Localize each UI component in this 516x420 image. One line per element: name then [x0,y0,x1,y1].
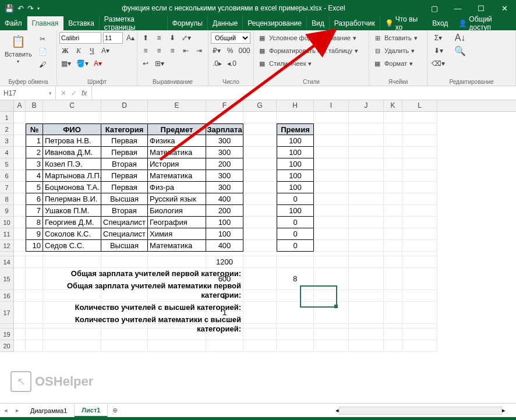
minimize-icon[interactable]: — [446,4,469,13]
cell[interactable]: 300 [206,135,243,147]
cell[interactable] [243,268,277,290]
row-header[interactable] [0,324,13,329]
cell[interactable] [402,170,437,182]
cell[interactable] [349,324,384,329]
cell[interactable] [314,228,349,240]
select-all-corner[interactable] [0,100,14,111]
cell[interactable] [243,182,277,193]
cell[interactable] [314,290,349,302]
percent-icon[interactable]: % [224,45,236,57]
cell[interactable] [314,252,349,256]
cell[interactable] [243,217,277,228]
tab-nav-next-icon[interactable]: ▸ [12,407,23,414]
align-right-icon[interactable]: ≡ [167,45,178,57]
cell[interactable]: 100 [277,205,314,217]
cell[interactable] [101,252,148,256]
row-header[interactable]: 8 [0,193,13,205]
cell[interactable] [402,123,437,135]
cell[interactable] [314,135,349,147]
cell[interactable] [206,252,243,256]
cell[interactable] [314,340,349,352]
save-icon[interactable]: 💾 [5,4,14,13]
cell[interactable]: 300 [206,170,243,182]
cell[interactable]: 300 [206,182,243,193]
cell[interactable] [314,256,349,268]
cell[interactable]: Седов С.С. [43,240,101,252]
new-sheet-button[interactable]: ⊕ [108,407,122,414]
cell[interactable]: 8 [277,268,314,290]
cell[interactable]: Первая [101,147,148,158]
cell[interactable] [14,112,26,123]
tab-view[interactable]: Вид [307,16,330,30]
row-headers[interactable]: 123456789101112141516171920 [0,112,14,352]
decrease-decimal-icon[interactable]: ◂.0 [225,58,238,69]
cell[interactable]: 1200 [206,256,243,268]
cell[interactable] [349,123,384,135]
cell[interactable]: 100 [206,228,243,240]
cell[interactable]: Специалист [101,228,148,240]
col-header-D[interactable]: D [101,100,148,111]
row-header[interactable]: 2 [0,123,13,135]
align-bottom-icon[interactable]: ⬇ [167,32,178,44]
align-top-icon[interactable]: ⬆ [140,32,151,44]
cell[interactable]: 2 [26,147,43,158]
increase-font-icon[interactable]: A▴ [125,32,136,44]
cell[interactable] [402,256,437,268]
cell[interactable] [384,228,402,240]
cell[interactable]: 8 [26,217,43,228]
col-header-L[interactable]: L [402,100,437,111]
cell[interactable] [14,217,26,228]
cell[interactable]: 100 [277,147,314,158]
cancel-formula-icon[interactable]: ✕ [61,89,66,97]
cell[interactable] [314,217,349,228]
cell[interactable] [14,329,26,340]
cell[interactable]: Ушаков П.М. [43,205,101,217]
row-header[interactable]: 12 [0,240,13,252]
row-header[interactable]: 20 [0,340,13,352]
orientation-icon[interactable]: ⤢▾ [180,32,193,44]
wrap-text-icon[interactable]: ↩ [140,58,151,69]
horizontal-scrollbar[interactable] [339,407,502,415]
cell[interactable]: Вторая [101,205,148,217]
copy-icon[interactable]: 📄 [37,46,49,58]
cell[interactable]: 10 [26,240,43,252]
maximize-icon[interactable]: ☐ [469,4,493,13]
column-headers[interactable]: ABCDEFGHIJKL [0,100,516,112]
clear-icon[interactable]: ⌫▾ [430,58,447,69]
cell[interactable] [349,340,384,352]
cell[interactable] [384,217,402,228]
cell[interactable] [243,340,277,352]
tell-me-button[interactable]: 💡Что вы хо [380,16,427,30]
cell[interactable] [243,256,277,268]
cell[interactable] [314,123,349,135]
cell[interactable] [402,252,437,256]
cell[interactable] [314,112,349,123]
col-header-A[interactable]: A [14,100,26,111]
cell[interactable] [402,329,437,340]
cell[interactable]: № [26,123,43,135]
cell[interactable]: 0 [277,217,314,228]
cell[interactable]: 7 [26,205,43,217]
cell[interactable]: 100 [277,158,314,170]
bold-button[interactable]: Ж [59,45,71,57]
cell[interactable] [148,112,206,123]
cell[interactable] [384,340,402,352]
login-button[interactable]: Вход [427,16,453,30]
cell[interactable] [277,290,314,302]
tab-data[interactable]: Данные [208,16,243,30]
cell[interactable] [14,182,26,193]
cell[interactable] [402,193,437,205]
cell[interactable] [277,340,314,352]
ribbon-options-icon[interactable]: ▢ [423,4,446,13]
cell[interactable] [384,205,402,217]
cell[interactable]: Петрова Н.В. [43,135,101,147]
cell[interactable] [101,340,148,352]
col-header-I[interactable]: I [314,100,349,111]
cell[interactable] [14,252,26,256]
comma-icon[interactable]: 000 [238,45,251,57]
redo-icon[interactable]: ↷ [27,4,34,13]
accept-formula-icon[interactable]: ✓ [71,89,77,97]
cell[interactable] [384,112,402,123]
cell[interactable] [384,302,402,324]
cell[interactable] [384,252,402,256]
